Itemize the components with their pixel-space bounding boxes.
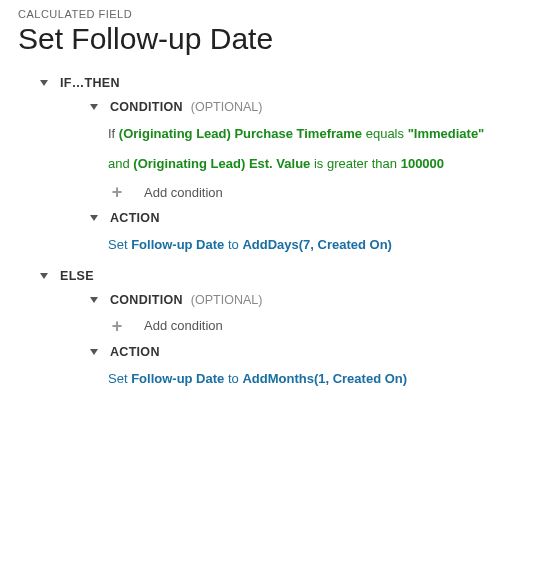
add-condition-button[interactable]: + Add condition	[108, 317, 515, 335]
collapse-icon[interactable]	[88, 101, 100, 113]
add-condition-button[interactable]: + Add condition	[108, 183, 515, 201]
condition-label: CONDITION	[110, 100, 183, 114]
condition-operator: is greater than	[314, 156, 397, 171]
collapse-icon[interactable]	[38, 77, 50, 89]
action-to: to	[228, 371, 239, 386]
condition-prefix: and	[108, 156, 130, 171]
if-then-header[interactable]: IF…THEN	[38, 76, 515, 90]
optional-label: (OPTIONAL)	[191, 100, 263, 114]
condition-value: "Immediate"	[408, 126, 485, 141]
condition-label: CONDITION	[110, 293, 183, 307]
collapse-icon[interactable]	[88, 212, 100, 224]
plus-icon: +	[108, 183, 126, 201]
condition-row-2[interactable]: and (Originating Lead) Est. Value is gre…	[108, 154, 515, 174]
condition-value: 100000	[401, 156, 444, 171]
condition-header-else[interactable]: CONDITION (OPTIONAL)	[88, 293, 515, 307]
eyebrow-label: CALCULATED FIELD	[18, 8, 515, 20]
action-row-else[interactable]: Set Follow-up Date to AddMonths(1, Creat…	[108, 369, 515, 389]
action-prefix: Set	[108, 237, 128, 252]
action-label: ACTION	[110, 211, 160, 225]
collapse-icon[interactable]	[88, 294, 100, 306]
action-formula: AddDays(7, Created On)	[242, 237, 392, 252]
else-label: ELSE	[60, 269, 94, 283]
plus-icon: +	[108, 317, 126, 335]
action-formula: AddMonths(1, Created On)	[242, 371, 407, 386]
collapse-icon[interactable]	[38, 270, 50, 282]
condition-field: (Originating Lead) Purchase Timeframe	[119, 126, 362, 141]
action-header-if[interactable]: ACTION	[88, 211, 515, 225]
action-prefix: Set	[108, 371, 128, 386]
if-then-label: IF…THEN	[60, 76, 120, 90]
collapse-icon[interactable]	[88, 346, 100, 358]
condition-field: (Originating Lead) Est. Value	[133, 156, 310, 171]
condition-prefix: If	[108, 126, 115, 141]
action-to: to	[228, 237, 239, 252]
action-field: Follow-up Date	[131, 371, 224, 386]
condition-row-1[interactable]: If (Originating Lead) Purchase Timeframe…	[108, 124, 515, 144]
optional-label: (OPTIONAL)	[191, 293, 263, 307]
add-condition-label: Add condition	[144, 185, 223, 200]
action-header-else[interactable]: ACTION	[88, 345, 515, 359]
condition-operator: equals	[366, 126, 404, 141]
action-row-if[interactable]: Set Follow-up Date to AddDays(7, Created…	[108, 235, 515, 255]
page-title: Set Follow-up Date	[18, 22, 515, 56]
condition-header-if[interactable]: CONDITION (OPTIONAL)	[88, 100, 515, 114]
add-condition-label: Add condition	[144, 318, 223, 333]
action-label: ACTION	[110, 345, 160, 359]
else-header[interactable]: ELSE	[38, 269, 515, 283]
action-field: Follow-up Date	[131, 237, 224, 252]
